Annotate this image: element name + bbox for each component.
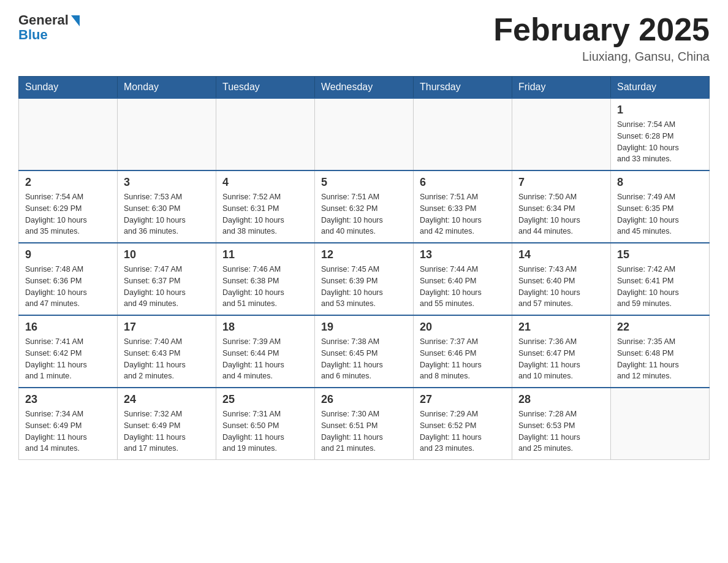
day-info: Sunrise: 7:37 AMSunset: 6:46 PMDaylight:… (420, 336, 506, 382)
calendar-cell: 1Sunrise: 7:54 AMSunset: 6:28 PMDaylight… (611, 98, 710, 170)
day-number: 1 (617, 104, 703, 117)
day-of-week-header: Sunday (19, 77, 118, 99)
calendar-header-row: SundayMondayTuesdayWednesdayThursdayFrid… (19, 77, 710, 99)
calendar-cell: 15Sunrise: 7:42 AMSunset: 6:41 PMDayligh… (611, 243, 710, 315)
day-info: Sunrise: 7:51 AMSunset: 6:33 PMDaylight:… (420, 191, 506, 237)
week-row: 23Sunrise: 7:34 AMSunset: 6:49 PMDayligh… (19, 388, 710, 460)
day-of-week-header: Monday (118, 77, 216, 99)
calendar-cell: 11Sunrise: 7:46 AMSunset: 6:38 PMDayligh… (216, 243, 315, 315)
day-info: Sunrise: 7:29 AMSunset: 6:52 PMDaylight:… (420, 408, 506, 454)
calendar-cell: 22Sunrise: 7:35 AMSunset: 6:48 PMDayligh… (611, 315, 710, 388)
day-number: 28 (518, 393, 604, 406)
logo-arrow-icon (71, 15, 80, 26)
calendar-cell (19, 98, 118, 170)
page-header: General Blue February 2025 Liuxiang, Gan… (18, 12, 710, 64)
calendar-cell: 4Sunrise: 7:52 AMSunset: 6:31 PMDaylight… (216, 170, 315, 243)
day-info: Sunrise: 7:32 AMSunset: 6:49 PMDaylight:… (124, 408, 210, 454)
day-number: 6 (420, 176, 506, 189)
day-info: Sunrise: 7:42 AMSunset: 6:41 PMDaylight:… (617, 264, 703, 310)
day-number: 15 (617, 248, 703, 261)
day-info: Sunrise: 7:46 AMSunset: 6:38 PMDaylight:… (222, 264, 308, 310)
day-number: 27 (420, 393, 506, 406)
day-number: 18 (222, 321, 308, 334)
day-info: Sunrise: 7:51 AMSunset: 6:32 PMDaylight:… (321, 191, 407, 237)
day-info: Sunrise: 7:41 AMSunset: 6:42 PMDaylight:… (25, 336, 111, 382)
day-of-week-header: Saturday (611, 77, 710, 99)
logo: General Blue (18, 12, 80, 43)
week-row: 9Sunrise: 7:48 AMSunset: 6:36 PMDaylight… (19, 243, 710, 315)
week-row: 2Sunrise: 7:54 AMSunset: 6:29 PMDaylight… (19, 170, 710, 243)
calendar-cell: 5Sunrise: 7:51 AMSunset: 6:32 PMDaylight… (315, 170, 414, 243)
calendar-cell (611, 388, 710, 460)
day-number: 22 (617, 321, 703, 334)
day-number: 20 (420, 321, 506, 334)
calendar-cell: 16Sunrise: 7:41 AMSunset: 6:42 PMDayligh… (19, 315, 118, 388)
calendar-cell: 7Sunrise: 7:50 AMSunset: 6:34 PMDaylight… (512, 170, 611, 243)
day-info: Sunrise: 7:38 AMSunset: 6:45 PMDaylight:… (321, 336, 407, 382)
day-number: 8 (617, 176, 703, 189)
calendar-cell (118, 98, 216, 170)
logo-blue-text: Blue (18, 27, 48, 43)
calendar-cell: 21Sunrise: 7:36 AMSunset: 6:47 PMDayligh… (512, 315, 611, 388)
calendar-cell: 12Sunrise: 7:45 AMSunset: 6:39 PMDayligh… (315, 243, 414, 315)
day-number: 5 (321, 176, 407, 189)
day-info: Sunrise: 7:31 AMSunset: 6:50 PMDaylight:… (222, 408, 308, 454)
calendar-cell: 26Sunrise: 7:30 AMSunset: 6:51 PMDayligh… (315, 388, 414, 460)
day-info: Sunrise: 7:49 AMSunset: 6:35 PMDaylight:… (617, 191, 703, 237)
day-of-week-header: Tuesday (216, 77, 315, 99)
day-info: Sunrise: 7:36 AMSunset: 6:47 PMDaylight:… (518, 336, 604, 382)
calendar-cell (414, 98, 512, 170)
calendar-cell: 6Sunrise: 7:51 AMSunset: 6:33 PMDaylight… (414, 170, 512, 243)
day-number: 17 (124, 321, 210, 334)
day-info: Sunrise: 7:43 AMSunset: 6:40 PMDaylight:… (518, 264, 604, 310)
day-number: 11 (222, 248, 308, 261)
calendar-cell (216, 98, 315, 170)
calendar-cell: 3Sunrise: 7:53 AMSunset: 6:30 PMDaylight… (118, 170, 216, 243)
day-number: 14 (518, 248, 604, 261)
calendar-cell: 25Sunrise: 7:31 AMSunset: 6:50 PMDayligh… (216, 388, 315, 460)
calendar-cell: 18Sunrise: 7:39 AMSunset: 6:44 PMDayligh… (216, 315, 315, 388)
day-number: 9 (25, 248, 111, 261)
week-row: 16Sunrise: 7:41 AMSunset: 6:42 PMDayligh… (19, 315, 710, 388)
day-number: 7 (518, 176, 604, 189)
day-number: 26 (321, 393, 407, 406)
calendar-cell: 17Sunrise: 7:40 AMSunset: 6:43 PMDayligh… (118, 315, 216, 388)
calendar-cell: 23Sunrise: 7:34 AMSunset: 6:49 PMDayligh… (19, 388, 118, 460)
day-number: 19 (321, 321, 407, 334)
calendar-cell: 28Sunrise: 7:28 AMSunset: 6:53 PMDayligh… (512, 388, 611, 460)
calendar-table: SundayMondayTuesdayWednesdayThursdayFrid… (18, 76, 710, 460)
day-info: Sunrise: 7:48 AMSunset: 6:36 PMDaylight:… (25, 264, 111, 310)
day-info: Sunrise: 7:54 AMSunset: 6:29 PMDaylight:… (25, 191, 111, 237)
day-number: 2 (25, 176, 111, 189)
calendar-cell: 9Sunrise: 7:48 AMSunset: 6:36 PMDaylight… (19, 243, 118, 315)
day-number: 4 (222, 176, 308, 189)
day-number: 12 (321, 248, 407, 261)
day-number: 3 (124, 176, 210, 189)
day-info: Sunrise: 7:35 AMSunset: 6:48 PMDaylight:… (617, 336, 703, 382)
day-info: Sunrise: 7:44 AMSunset: 6:40 PMDaylight:… (420, 264, 506, 310)
calendar-cell: 27Sunrise: 7:29 AMSunset: 6:52 PMDayligh… (414, 388, 512, 460)
day-info: Sunrise: 7:40 AMSunset: 6:43 PMDaylight:… (124, 336, 210, 382)
calendar-cell: 10Sunrise: 7:47 AMSunset: 6:37 PMDayligh… (118, 243, 216, 315)
calendar-cell: 14Sunrise: 7:43 AMSunset: 6:40 PMDayligh… (512, 243, 611, 315)
day-info: Sunrise: 7:34 AMSunset: 6:49 PMDaylight:… (25, 408, 111, 454)
day-info: Sunrise: 7:39 AMSunset: 6:44 PMDaylight:… (222, 336, 308, 382)
calendar-cell: 13Sunrise: 7:44 AMSunset: 6:40 PMDayligh… (414, 243, 512, 315)
day-number: 24 (124, 393, 210, 406)
day-number: 16 (25, 321, 111, 334)
day-number: 23 (25, 393, 111, 406)
day-info: Sunrise: 7:53 AMSunset: 6:30 PMDaylight:… (124, 191, 210, 237)
month-title: February 2025 (493, 12, 710, 47)
calendar-cell: 19Sunrise: 7:38 AMSunset: 6:45 PMDayligh… (315, 315, 414, 388)
day-number: 13 (420, 248, 506, 261)
day-number: 25 (222, 393, 308, 406)
day-info: Sunrise: 7:45 AMSunset: 6:39 PMDaylight:… (321, 264, 407, 310)
day-info: Sunrise: 7:47 AMSunset: 6:37 PMDaylight:… (124, 264, 210, 310)
calendar-cell (315, 98, 414, 170)
logo-general-text: General (18, 12, 69, 28)
day-info: Sunrise: 7:28 AMSunset: 6:53 PMDaylight:… (518, 408, 604, 454)
day-of-week-header: Friday (512, 77, 611, 99)
calendar-cell: 24Sunrise: 7:32 AMSunset: 6:49 PMDayligh… (118, 388, 216, 460)
title-block: February 2025 Liuxiang, Gansu, China (493, 12, 710, 64)
day-of-week-header: Thursday (414, 77, 512, 99)
